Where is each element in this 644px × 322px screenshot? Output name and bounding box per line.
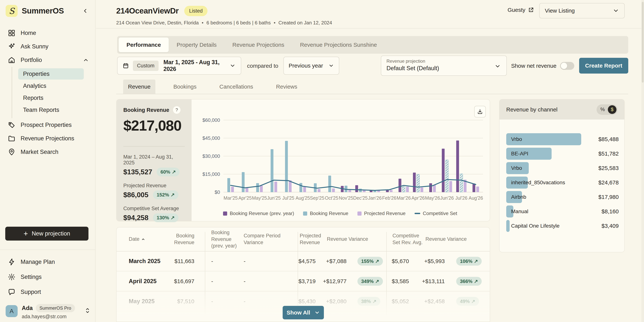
net-revenue-toggle[interactable] xyxy=(560,62,574,70)
view-listing-label: View Listing xyxy=(545,8,575,14)
legend-item-competitive-set: Competitive Set xyxy=(414,211,457,216)
cell-booking: $16,697 xyxy=(153,278,194,284)
page: S SummerOS Home Ask Sunny PortfolioPrope… xyxy=(0,0,644,322)
table-header: Date Booking Revenue Booking Revenue (pr… xyxy=(116,227,490,251)
tab-property-details[interactable]: Property Details xyxy=(169,38,224,52)
channel-card-title: Revenue by channel xyxy=(506,106,558,113)
sidebar-nav: Home Ask Sunny PortfolioPropertiesAnalyt… xyxy=(0,26,96,159)
sidebar-item-settings[interactable]: Settings xyxy=(0,269,96,284)
date-range-picker[interactable]: Custom Mar 1, 2025 - Aug 31, 2026 xyxy=(117,57,241,75)
external-link-icon xyxy=(528,7,534,13)
sidebar-item-analytics[interactable]: Analytics xyxy=(18,80,84,92)
channel-name: Airbnb xyxy=(511,191,526,203)
column-header-projected-revenue: Projected Revenue xyxy=(300,232,330,246)
sidebar-item-properties[interactable]: Properties xyxy=(18,68,84,80)
sidebar-item-revenue-projections[interactable]: Revenue Projections xyxy=(0,132,96,145)
sparkle-icon xyxy=(8,43,16,51)
svg-text:Nov'25: Nov'25 xyxy=(339,195,353,201)
legend-item-booking-revenue-prev-year-: Booking Revenue (prev. year) xyxy=(223,211,294,216)
scrollbar[interactable] xyxy=(642,0,644,322)
channel-bar xyxy=(506,220,510,232)
scrollbar-thumb[interactable] xyxy=(642,2,644,83)
sidebar-item-label: Ask Sunny xyxy=(20,43,48,50)
sidebar-item-support[interactable]: Support xyxy=(0,284,96,299)
view-listing-dropdown[interactable]: View Listing xyxy=(539,3,625,19)
percent-dollar-toggle[interactable]: % $ xyxy=(596,104,618,115)
sidebar-item-manage-plan[interactable]: Manage Plan xyxy=(0,254,96,269)
projected-value: $86,005 xyxy=(123,191,148,199)
gear-icon xyxy=(8,273,16,281)
sidebar-collapse-button[interactable] xyxy=(81,7,90,16)
download-chart-button[interactable] xyxy=(474,106,486,118)
app-name: SummerOS xyxy=(22,7,64,16)
guesty-link[interactable]: Guesty xyxy=(508,7,534,13)
channel-row-vrbo: Vrbo $85,488 xyxy=(506,133,619,145)
channel-value: $3,409 xyxy=(602,220,619,232)
subtab-reviews[interactable]: Reviews xyxy=(271,80,302,94)
legend-label: Projected Revenue xyxy=(364,211,406,216)
column-header-booking-revenue-prev: Booking Revenue (prev. year) xyxy=(211,229,243,249)
sidebar-item-market-search[interactable]: Market Search xyxy=(0,145,96,159)
channel-value: $85,488 xyxy=(598,133,619,145)
subtab-cancellations[interactable]: Cancellations xyxy=(214,80,258,94)
cell-prev: - xyxy=(211,278,226,284)
channel-row-airbnb: Airbnb $17,980 xyxy=(506,191,619,203)
channel-name: BE-API xyxy=(511,148,528,160)
channel-name: Vrbo xyxy=(511,162,522,174)
sidebar-item-ask-sunny[interactable]: Ask Sunny xyxy=(0,40,96,53)
sidebar-item-prospect-properties[interactable]: Prospect Properties xyxy=(0,118,96,132)
table-row-march-2025[interactable]: March 2025$11,663--$4,575+$7,088155%↗$5,… xyxy=(116,251,490,271)
legend-label: Competitive Set xyxy=(423,211,457,216)
percent-option[interactable]: % xyxy=(600,107,605,112)
svg-text:$0: $0 xyxy=(214,189,220,195)
trend-up-icon: ↗ xyxy=(375,258,379,264)
variance-badge: 366%↗ xyxy=(456,277,482,286)
channel-list: Vrbo $85,488 BE-API $51,782 Vrbo $25,583… xyxy=(506,133,619,234)
table-row-april-2025[interactable]: April 2025$16,697--$3,719+$12,977349%↗$3… xyxy=(116,271,490,291)
svg-text:Jul'26: Jul'26 xyxy=(455,195,468,201)
revenue-chart: $0$15,000$30,000$45,000$60,000Mar'25Apr'… xyxy=(192,103,488,209)
sidebar-item-portfolio[interactable]: Portfolio xyxy=(0,53,96,67)
tag-icon xyxy=(8,121,16,129)
tab-performance[interactable]: Performance xyxy=(119,38,169,52)
dollar-option[interactable]: $ xyxy=(608,105,616,114)
show-all-button[interactable]: Show All xyxy=(283,306,324,319)
variance-badge: 49%↗ xyxy=(456,297,479,306)
revenue-projection-dropdown[interactable]: Revenue projection Default Set (Default) xyxy=(381,56,507,76)
sidebar-item-reports[interactable]: Reports xyxy=(18,92,84,104)
variance-badge: 38%↗ xyxy=(358,297,380,306)
tab-bar: PerformanceProperty DetailsRevenue Proje… xyxy=(117,36,628,54)
calendar-icon xyxy=(123,62,129,69)
download-icon xyxy=(477,109,483,115)
profile-expander-icon[interactable] xyxy=(85,307,90,314)
help-icon[interactable]: ? xyxy=(173,106,180,114)
compset-label: Competitive Set Average xyxy=(123,206,185,211)
tab-revenue-projections-sunshine[interactable]: Revenue Projections Sunshine xyxy=(292,38,385,52)
net-revenue-label: Show net revenue xyxy=(511,63,556,69)
channel-row-capital-one-lifestyle: Capital One Lifestyle $3,409 xyxy=(506,220,619,232)
subtab-bookings[interactable]: Bookings xyxy=(168,80,201,94)
summary-title: Booking Revenue xyxy=(123,107,169,113)
tab-revenue-projections[interactable]: Revenue Projections xyxy=(224,38,292,52)
custom-range-chip: Custom xyxy=(133,61,158,71)
subtab-revenue[interactable]: Revenue xyxy=(123,80,156,94)
header-divider xyxy=(96,28,644,29)
cell-rev_var: +$12,977 xyxy=(311,278,346,284)
svg-text:Mar'26: Mar'26 xyxy=(396,195,411,201)
new-projection-button[interactable]: + New projection xyxy=(5,227,88,241)
svg-text:Apr'26: Apr'26 xyxy=(412,195,425,201)
column-header-compare-variance: Compare Period Variance xyxy=(244,232,287,246)
grid-icon xyxy=(8,29,16,37)
compare-period-dropdown[interactable]: Previous year xyxy=(284,57,339,75)
page-title: 214OceanViewDr xyxy=(116,7,178,16)
projected-delta-badge: 152%↗ xyxy=(153,190,178,199)
create-report-button[interactable]: Create Report xyxy=(579,58,628,74)
profile-menu[interactable]: A Ada SummerOS Pro ada.hayes@str.com xyxy=(6,304,90,319)
compared-to-label: compared to xyxy=(247,63,278,69)
sidebar-item-home[interactable]: Home xyxy=(0,26,96,40)
sidebar-item-team-reports[interactable]: Team Reports xyxy=(18,104,84,116)
toggle-knob xyxy=(561,63,567,69)
page-header: 214OceanViewDr Listed xyxy=(116,5,208,17)
column-header-date[interactable]: Date xyxy=(129,236,145,243)
chevron-down-icon xyxy=(314,310,320,315)
